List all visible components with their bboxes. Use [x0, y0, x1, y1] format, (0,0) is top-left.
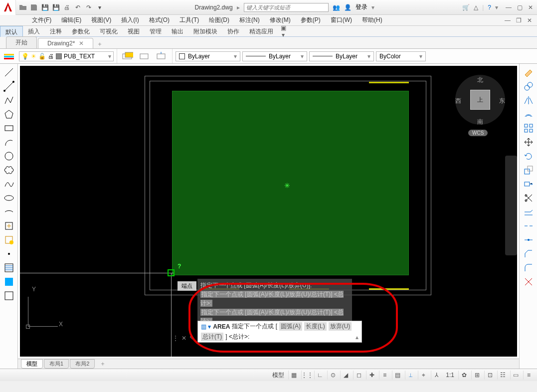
- arc-tool[interactable]: [1, 136, 16, 149]
- erase-tool[interactable]: [521, 66, 536, 79]
- doc-restore-icon[interactable]: ❐: [514, 17, 523, 24]
- sb-grid-icon[interactable]: ▦: [288, 371, 299, 380]
- ellipse-tool[interactable]: [1, 192, 16, 204]
- layer-props-icon[interactable]: [3, 50, 17, 62]
- circle-tool[interactable]: [1, 150, 16, 163]
- hatch-tool[interactable]: [1, 261, 16, 274]
- menu-tools[interactable]: 工具(T): [175, 16, 204, 24]
- mirror-tool[interactable]: [521, 94, 536, 107]
- line-tool[interactable]: [1, 66, 16, 79]
- cmd-handle-icon[interactable]: ⋮: [173, 335, 179, 342]
- open-icon[interactable]: [19, 3, 27, 11]
- stretch-tool[interactable]: [521, 178, 536, 191]
- view-cube[interactable]: 北 南 东 西 上 WCS: [450, 70, 510, 135]
- sb-anno-icon[interactable]: ⅄: [431, 371, 442, 380]
- rtab-manage[interactable]: 管理: [145, 26, 167, 37]
- layer-match-icon[interactable]: [154, 50, 169, 63]
- doc-tab-close-icon[interactable]: ✕: [79, 40, 84, 47]
- view-cube-top[interactable]: 上: [470, 90, 490, 110]
- sb-gear-icon[interactable]: ✿: [458, 371, 469, 380]
- sb-clean-icon[interactable]: ▭: [510, 371, 521, 380]
- rtab-view[interactable]: 视图: [123, 26, 145, 37]
- offset-tool[interactable]: [521, 108, 536, 121]
- saveas-icon[interactable]: 💾: [52, 3, 60, 11]
- rectangle-tool[interactable]: [1, 122, 16, 135]
- command-line[interactable]: ▥ ▾ AREA 指定下一个点或 [ 圆弧(A) 长度(L) 放弃(U) 总计(…: [197, 321, 362, 343]
- layout-tab-1[interactable]: 布局1: [44, 359, 69, 369]
- cmd-config-icon[interactable]: ✎: [189, 335, 194, 342]
- sb-sc-icon[interactable]: ⌖: [418, 371, 429, 380]
- cmd-opt-arc[interactable]: 圆弧(A): [279, 322, 302, 331]
- menu-param[interactable]: 参数(P): [296, 16, 326, 24]
- cmd-opt-undo[interactable]: 放弃(U): [329, 322, 352, 331]
- rtab-annotate[interactable]: 注释: [45, 26, 67, 37]
- rtab-featured[interactable]: 精选应用: [244, 26, 278, 37]
- menu-format[interactable]: 格式(O): [144, 16, 175, 24]
- revcloud-tool[interactable]: [1, 164, 16, 177]
- menu-view[interactable]: 视图(V): [86, 16, 116, 24]
- sb-snap-icon[interactable]: ⋮⋮: [301, 371, 312, 380]
- rtab-default[interactable]: 默认: [0, 26, 23, 37]
- save-icon[interactable]: [30, 3, 38, 11]
- prop-lineweight[interactable]: ByLayer▾: [309, 51, 374, 61]
- app-logo[interactable]: [0, 0, 16, 15]
- maximize-icon[interactable]: ▢: [515, 4, 524, 11]
- join-tool[interactable]: [521, 233, 536, 246]
- menu-draw[interactable]: 绘图(D): [204, 16, 234, 24]
- cmd-expand-icon[interactable]: ▴: [356, 334, 358, 341]
- sb-iso-icon[interactable]: ◢: [340, 371, 351, 380]
- doc-close-icon[interactable]: ✕: [525, 17, 534, 24]
- insert-block-tool[interactable]: [1, 219, 16, 232]
- qat-more-icon[interactable]: ▾: [96, 3, 104, 11]
- sb-units-icon[interactable]: ☷: [497, 371, 508, 380]
- doc-tab-active[interactable]: Drawing2* ✕: [38, 38, 93, 48]
- rotate-tool[interactable]: [521, 150, 536, 163]
- rtab-insert[interactable]: 插入: [23, 26, 45, 37]
- region-tool[interactable]: [1, 289, 16, 302]
- rtab-visual[interactable]: 可视化: [95, 26, 123, 37]
- break-tool[interactable]: [521, 219, 536, 232]
- prop-linetype[interactable]: ByLayer▾: [242, 51, 307, 61]
- sb-ws-icon[interactable]: ⊞: [471, 371, 482, 380]
- trim-tool[interactable]: [521, 192, 536, 204]
- menu-window[interactable]: 窗口(W): [326, 16, 357, 24]
- rtab-param[interactable]: 参数化: [67, 26, 95, 37]
- menu-dim[interactable]: 标注(N): [234, 16, 265, 24]
- search-user-icon[interactable]: 👥: [333, 4, 340, 11]
- point-tool[interactable]: [1, 247, 16, 260]
- close-icon[interactable]: ✕: [526, 4, 535, 11]
- drawing-canvas[interactable]: ✳ ? 端点 北 南 东 西 上 WCS Y X: [20, 66, 517, 357]
- saveall-icon[interactable]: 💾: [41, 3, 49, 11]
- polyline-tool[interactable]: [1, 94, 16, 107]
- cart-icon[interactable]: 🛒: [462, 4, 470, 11]
- layer-states-icon[interactable]: [120, 50, 135, 63]
- sb-lwt-icon[interactable]: ≡: [379, 371, 390, 380]
- prop-plotstyle[interactable]: ByColor▾: [376, 51, 426, 61]
- move-tool[interactable]: [521, 136, 536, 149]
- layout-tab-model[interactable]: 模型: [21, 359, 43, 369]
- copy-tool[interactable]: [521, 80, 536, 93]
- sb-osnap-icon[interactable]: ◻: [353, 371, 364, 380]
- rtab-output[interactable]: 输出: [167, 26, 188, 37]
- sb-trans-icon[interactable]: ▤: [392, 371, 403, 380]
- doc-tab-home[interactable]: 开始: [6, 36, 37, 48]
- sb-polar-icon[interactable]: ⊙: [327, 371, 338, 380]
- cmd-opt-length[interactable]: 长度(L): [304, 322, 327, 331]
- array-tool[interactable]: [521, 122, 536, 135]
- sb-custom-icon[interactable]: ≡: [523, 371, 534, 380]
- polygon-tool[interactable]: [1, 108, 16, 121]
- cmd-opt-total[interactable]: 总计(T): [201, 333, 223, 341]
- scale-tool[interactable]: [521, 164, 536, 177]
- rtab-extra-icon[interactable]: ▣ ▾: [278, 24, 288, 38]
- login-icon[interactable]: 👤: [344, 4, 352, 11]
- layer-iso-icon[interactable]: [137, 50, 152, 63]
- title-arrow-icon[interactable]: ▸: [237, 4, 240, 11]
- undo-icon[interactable]: ↶: [74, 3, 82, 11]
- print-icon[interactable]: 🖨: [63, 3, 71, 11]
- ellipse-arc-tool[interactable]: [1, 205, 16, 218]
- sb-ortho-icon[interactable]: ∟: [314, 371, 325, 380]
- search-input[interactable]: [244, 3, 329, 12]
- menu-insert[interactable]: 插入(I): [116, 16, 144, 24]
- layer-picker[interactable]: 💡 ☀ 🔓 🖨 PUB_TEXT ▾: [19, 51, 114, 61]
- menu-edit[interactable]: 编辑(E): [56, 16, 86, 24]
